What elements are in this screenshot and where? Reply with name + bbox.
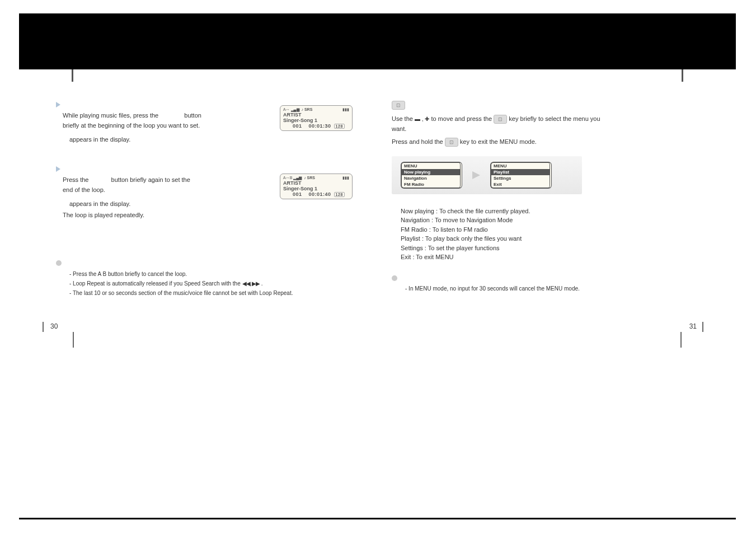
- lcd2-time: 00:01:40: [309, 191, 331, 197]
- step1-text-b: briefly at the beginning of the loop you…: [63, 122, 200, 129]
- right-page-content: ⊡ Use the ▬ , ✚ to move and press the ⊡ …: [392, 101, 688, 293]
- lcd2-loop-indicator: A↔B: [283, 176, 292, 180]
- menu-box-1: MENU Now playing Navigation FM Radio: [401, 162, 462, 189]
- lcd1-time: 00:01:30: [309, 123, 331, 129]
- lcd1-artist: ARTIST: [283, 112, 349, 118]
- battery-icon: ▮▮▮: [342, 107, 349, 112]
- menu1-item-nowplaying: Now playing: [402, 169, 460, 175]
- page-crop-mark: [702, 322, 703, 332]
- lcd1-loop-indicator: A↔: [283, 107, 290, 111]
- step2-result-a: appears in the display.: [69, 200, 130, 207]
- step1-button-word: button: [184, 112, 201, 119]
- menu1-title: MENU: [402, 163, 460, 169]
- lcd1-badge: 128: [334, 124, 345, 129]
- intro-c: key briefly to select the menu you: [509, 115, 600, 122]
- menu2-item-settings: Settings: [491, 175, 550, 181]
- def-exit: Exit : To exit MENU: [401, 252, 688, 262]
- menu2-title: MENU: [491, 163, 550, 169]
- lcd2-srs: SRS: [307, 176, 315, 180]
- lcd1-song: Singer-Song 1: [283, 118, 349, 123]
- def-fmradio: FM Radio : To listen to FM radio: [401, 225, 688, 235]
- intro-e: Press and hold the: [392, 138, 445, 145]
- menu-key-icon-box: ⊡: [392, 101, 688, 110]
- note-3: - The last 10 or so seconds section of t…: [69, 288, 353, 298]
- menu-key-icon: ⊡: [445, 138, 458, 147]
- menu2-item-playlist: Playlist: [491, 169, 550, 175]
- def-settings: Settings : To set the player functions: [401, 243, 688, 253]
- footer-crop-bar: [19, 518, 736, 519]
- intro-text: Use the ▬ , ✚ to move and press the ⊡ ke…: [392, 114, 688, 134]
- arrow-right-icon: [472, 171, 480, 179]
- lcd2-song: Singer-Song 1: [283, 186, 349, 191]
- move-icons: ▬ , ✚: [415, 116, 429, 122]
- note2-a: - Loop Repeat is automatically released …: [69, 280, 242, 287]
- note-bullet-icon: [392, 275, 397, 281]
- intro-text-2: Press and hold the ⊡ key to exit the MEN…: [392, 137, 688, 147]
- lcd1-srs: SRS: [304, 107, 312, 111]
- intro-f: key to exit the MENU mode.: [460, 138, 537, 145]
- menu-definitions: Now playing : To check the file currentl…: [401, 207, 688, 262]
- menu1-item-navigation: Navigation: [402, 175, 460, 181]
- step1-text-a: While playing music files, press the: [63, 112, 158, 119]
- crop-mark-right: [682, 69, 683, 82]
- def-navigation: Navigation : To move to Navigation Mode: [401, 216, 688, 225]
- menu1-item-fmradio: FM Radio: [402, 181, 460, 188]
- right-notes-block: - In MENU mode, no input for 30 seconds …: [392, 274, 688, 293]
- note2-b: .: [261, 280, 263, 287]
- step2-result-b: The loop is played repeatedly.: [63, 212, 144, 218]
- left-page-content: While playing music files, press the but…: [56, 101, 353, 298]
- rewind-forward-icon: ◀◀, ▶▶: [242, 280, 260, 287]
- step2-text-c: end of the loop.: [63, 186, 105, 193]
- lcd1-track: 001: [293, 123, 302, 129]
- lcd2-badge: 128: [334, 192, 345, 197]
- step1-result: appears in the display.: [69, 136, 130, 143]
- page-crop-mark: [680, 332, 682, 348]
- lcd-screenshot-2: A↔B ▂▄▆ ♪ SRS ▮▮▮ ARTIST Singer-Song 1 0…: [280, 174, 353, 199]
- intro-b: to move and press the: [431, 115, 494, 122]
- crop-mark-left: [72, 69, 73, 82]
- page-number-right: 31: [689, 322, 697, 330]
- lcd-screenshot-1: A↔ ▂▄▆ ♪ SRS ▮▮▮ ARTIST Singer-Song 1 00…: [280, 105, 353, 131]
- notes-block: - Press the A B button briefly to cancel…: [56, 259, 353, 298]
- intro-a: Use the: [392, 115, 415, 122]
- def-playlist: Playlist : To play back only the files y…: [401, 234, 688, 243]
- lcd2-artist: ARTIST: [283, 180, 349, 186]
- step2-text-a: Press the: [63, 176, 88, 183]
- right-note-1: - In MENU mode, no input for 30 seconds …: [405, 284, 688, 293]
- battery-icon: ▮▮▮: [342, 176, 349, 180]
- intro-d: want.: [392, 125, 406, 132]
- lcd2-track: 001: [293, 191, 302, 197]
- step2-text-b: button briefly again to set the: [111, 176, 190, 183]
- page-crop-mark: [43, 322, 44, 332]
- chevron-right-icon: [56, 166, 60, 172]
- menu-screens-row: MENU Now playing Navigation FM Radio MEN…: [392, 156, 582, 194]
- note-1: - Press the A B button briefly to cancel…: [69, 269, 353, 279]
- menu2-item-exit: Exit: [491, 181, 550, 188]
- note-2: - Loop Repeat is automatically released …: [69, 279, 353, 288]
- def-nowplaying: Now playing : To check the file currentl…: [401, 207, 688, 216]
- page-crop-mark: [73, 332, 74, 348]
- menu-key-icon: ⊡: [494, 115, 507, 124]
- menu-key-icon: ⊡: [392, 101, 405, 110]
- header-black-bar: [19, 13, 736, 69]
- menu-box-2: MENU Playlist Settings Exit: [490, 162, 552, 189]
- chevron-right-icon: [56, 102, 60, 107]
- page-number-left: 30: [50, 322, 58, 330]
- note-bullet-icon: [56, 260, 62, 266]
